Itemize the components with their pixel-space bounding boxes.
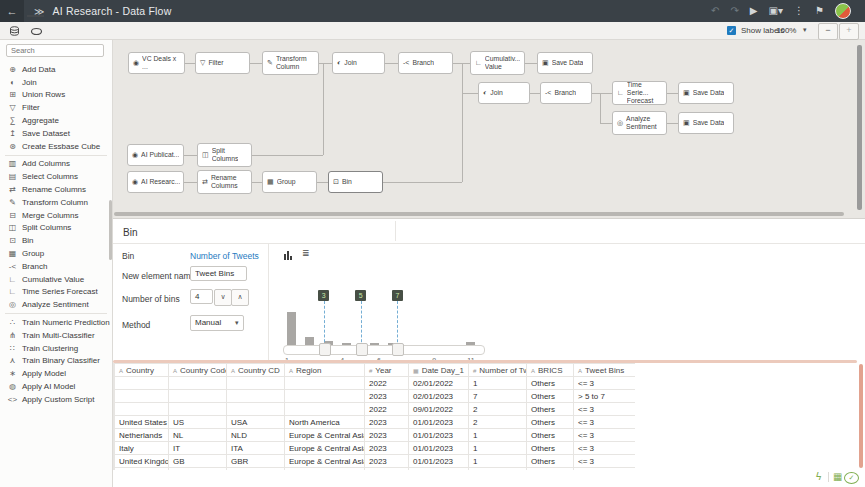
bin-slider-handle[interactable]	[319, 343, 331, 356]
sidebar-item-train-numeric-prediction[interactable]: ∴Train Numeric Prediction	[0, 316, 112, 329]
flow-node-bin[interactable]: ⊡Bin	[328, 171, 383, 193]
check-oval-icon[interactable]: ✓	[844, 472, 859, 484]
flow-node-join-2[interactable]: ◐Join	[478, 82, 530, 104]
column-header-region[interactable]: ARegion	[285, 364, 365, 377]
redo-icon[interactable]: ↷	[730, 6, 738, 16]
table-row[interactable]: 202202/01/20221Others<= 3	[115, 377, 636, 390]
sidebar-item-add-data[interactable]: ⊕Add Data	[0, 63, 112, 76]
sidebar-scrollbar[interactable]	[109, 200, 112, 260]
save-icon[interactable]: ▣▾	[769, 6, 783, 16]
canvas-hscrollbar[interactable]	[114, 212, 844, 216]
back-button[interactable]: ←	[0, 0, 24, 22]
chevron-down-icon[interactable]: ▾	[803, 26, 807, 34]
flow-node-save-data-2[interactable]: ▣Save Data	[678, 82, 734, 104]
column-header-date-day-1[interactable]: ▦Date Day_1	[409, 364, 469, 377]
menu-kebab-icon[interactable]: ⋮	[794, 6, 804, 16]
flow-node-filter[interactable]: ▽Filter	[195, 52, 250, 74]
search-input[interactable]	[6, 44, 104, 57]
bin-slider-handle[interactable]	[356, 343, 368, 356]
sidebar-item-apply-ai-model[interactable]: ◍Apply AI Model	[0, 380, 112, 393]
sidebar-item-union-rows[interactable]: ⊞Union Rows	[0, 89, 112, 102]
table-row[interactable]: 202302/01/20237Others> 5 to 7	[115, 390, 636, 403]
sidebar-item-train-multi-classifier[interactable]: ⋔Train Multi-Classifier	[0, 329, 112, 342]
sidebar-item-train-binary-classifier[interactable]: ⋏Train Binary Classifier	[0, 355, 112, 368]
flow-node-branch-1[interactable]: -<Branch	[398, 52, 453, 74]
sidebar-item-analyze-sentiment[interactable]: ◎Analyze Sentiment	[0, 298, 112, 311]
zoom-in-button[interactable]: +	[839, 23, 859, 40]
zoom-level-value[interactable]: 100%	[776, 26, 796, 35]
flow-node-ai-research[interactable]: ◉AI Researc...	[127, 171, 184, 193]
table-row[interactable]: United StatesUSUSANorth America202301/01…	[115, 416, 636, 429]
sidebar-item-rename-columns[interactable]: ⇄Rename Columns	[0, 183, 112, 196]
data-tab[interactable]	[5, 24, 23, 38]
flow-node-ai-publications[interactable]: ◉AI Publicat...	[127, 144, 184, 166]
column-header-year[interactable]: #Year	[365, 364, 409, 377]
sidebar-item-bin[interactable]: ⊡Bin	[0, 234, 112, 247]
sidebar-item-split-columns[interactable]: ◫Split Columns	[0, 222, 112, 235]
table-row[interactable]: ItalyITITAEurope & Central Asia202301/01…	[115, 442, 636, 455]
flow-node-branch-2[interactable]: -<Branch	[540, 82, 592, 104]
number-of-bins-input[interactable]: 4	[190, 289, 213, 304]
column-header-number-of-tw[interactable]: #Number of Tw...	[469, 364, 527, 377]
table-vscrollbar[interactable]	[859, 364, 863, 468]
sidebar-item-filter[interactable]: ▽Filter	[0, 101, 112, 114]
sidebar-item-add-columns[interactable]: ▥Add Columns	[0, 158, 112, 171]
preview-tab[interactable]	[27, 24, 45, 38]
run-icon[interactable]: ▶	[750, 6, 758, 16]
bookmark-icon[interactable]: ⚑	[815, 6, 824, 16]
column-header-country[interactable]: ACountry	[115, 364, 169, 377]
stepper-down-button[interactable]: ∨	[214, 289, 232, 306]
column-header-brics[interactable]: ABRICS	[527, 364, 574, 377]
column-header-country-code[interactable]: ACountry Code	[169, 364, 227, 377]
flow-node-save-data-1[interactable]: ▣Save Data	[537, 52, 593, 74]
flow-canvas[interactable]: ◉VC Deals x ...▽Filter✎Transform Column◐…	[113, 40, 865, 218]
flow-node-rename-columns[interactable]: ⇄Rename Columns	[197, 170, 252, 194]
sidebar-item-select-columns[interactable]: ▤Select Columns	[0, 170, 112, 183]
sidebar-item-apply-custom-script[interactable]: <>Apply Custom Script	[0, 393, 112, 406]
table-row[interactable]: NetherlandsNLNLDEurope & Central Asia202…	[115, 429, 636, 442]
sidebar-item-merge-columns[interactable]: ⊟Merge Columns	[0, 209, 112, 222]
sidebar-item-train-clustering[interactable]: ∷Train Clustering	[0, 342, 112, 355]
sidebar-item-save-dataset[interactable]: ↥Save Dataset	[0, 127, 112, 140]
bin-slider-track[interactable]	[283, 345, 485, 355]
sidebar-item-transform-column[interactable]: ✎Transform Column	[0, 196, 112, 209]
flow-node-split-columns[interactable]: ◫Split Columns	[197, 143, 252, 167]
flow-node-cumulative-value[interactable]: ∟Cumulativ... Value	[470, 51, 525, 75]
flow-node-analyze-sentiment[interactable]: ◎Analyze Sentiment	[612, 111, 667, 135]
bin-slider-handle[interactable]	[392, 343, 404, 356]
sidebar-item-cumulative-value[interactable]: ∟Cumulative Value	[0, 273, 112, 286]
spark-icon[interactable]: ϟ	[816, 471, 821, 483]
undo-icon[interactable]: ↶	[711, 6, 719, 16]
list-view-icon[interactable]: ≣	[302, 248, 310, 258]
table-cell: United States	[115, 416, 169, 429]
sidebar-item-aggregate[interactable]: ∑Aggregate	[0, 114, 112, 127]
grid-icon[interactable]: ▦	[833, 471, 842, 483]
show-labels-checkbox[interactable]: ✓	[727, 26, 736, 35]
flow-node-save-data-3[interactable]: ▣Save Data	[678, 112, 734, 134]
table-row[interactable]: 202209/01/20222Others<= 3	[115, 403, 636, 416]
sidebar-item-time-series-forecast[interactable]: ∟Time Series Forecast	[0, 286, 112, 299]
stepper-up-button[interactable]: ∧	[231, 289, 249, 306]
flow-node-transform-column[interactable]: ✎Transform Column	[262, 51, 319, 75]
bin-column-link[interactable]: Number of Tweets	[190, 251, 259, 261]
column-header-country-cd[interactable]: ACountry CD	[227, 364, 285, 377]
sidebar-item-create-essbase-cube[interactable]: ⊛Create Essbase Cube	[0, 140, 112, 153]
chevron-down-icon[interactable]: ▾	[235, 319, 239, 327]
flow-node-time-series-forecast[interactable]: ∟Time Serie... Forecast	[612, 81, 667, 105]
flow-node-group[interactable]: ▦Group	[262, 171, 317, 193]
table-row[interactable]: United KingdomGBGBREurope & Central Asia…	[115, 455, 636, 468]
canvas-vscrollbar[interactable]	[857, 45, 862, 210]
flow-node-vc-deals[interactable]: ◉VC Deals x ...	[128, 52, 185, 74]
sidebar-item-join[interactable]: ◐Join	[0, 76, 112, 89]
flow-node-join-1[interactable]: ◐Join	[332, 52, 385, 74]
sidebar-item-branch[interactable]: -<Branch	[0, 260, 112, 273]
new-element-name-input[interactable]	[190, 266, 247, 281]
avatar[interactable]	[835, 3, 851, 19]
column-header-tweet-bins[interactable]: ATweet Bins	[574, 364, 636, 377]
table-row[interactable]: SpainESESPEurope & Central Asia202301/01…	[115, 468, 636, 471]
zoom-out-button[interactable]: −	[818, 23, 838, 40]
table-hscrollbar[interactable]	[113, 360, 857, 363]
sidebar-item-group[interactable]: ▦Group	[0, 247, 112, 260]
histogram-view-icon[interactable]	[284, 251, 292, 260]
sidebar-item-apply-model[interactable]: ∗Apply Model	[0, 367, 112, 380]
